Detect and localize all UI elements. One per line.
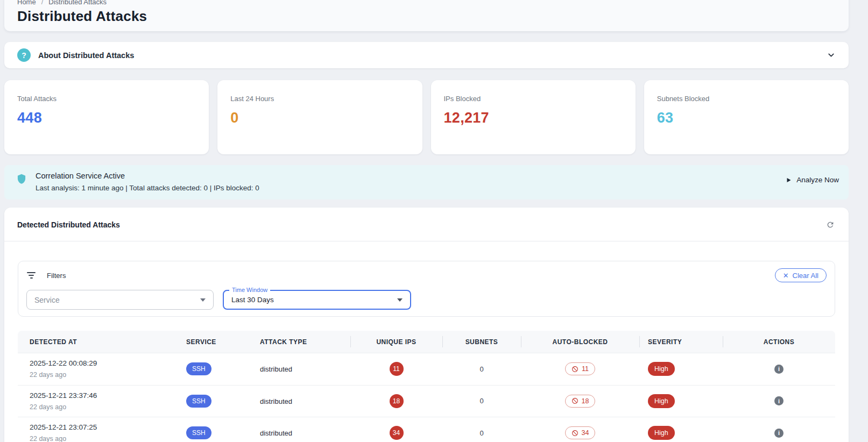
detected-attacks-card: Detected Distributed Attacks Filters ✕ C…	[4, 208, 849, 442]
actions-cell: i	[723, 396, 835, 405]
auto-blocked-badge: 34	[565, 426, 596, 439]
time-window-select[interactable]: Time Window Last 30 Days	[223, 290, 411, 310]
unique-ips-badge: 34	[390, 426, 404, 440]
about-panel-toggle[interactable]: ? About Distributed Attacks	[4, 42, 849, 68]
stat-card-total-attacks: Total Attacks 448	[4, 80, 209, 154]
subnets-cell: 0	[442, 429, 521, 437]
subnets-cell: 0	[442, 397, 521, 405]
severity-badge: High	[648, 394, 675, 408]
close-icon: ✕	[783, 272, 789, 279]
auto-blocked-cell: 11	[521, 362, 639, 375]
service-badge: SSH	[186, 426, 211, 439]
refresh-button[interactable]	[825, 219, 836, 230]
stat-value: 448	[17, 110, 196, 126]
service-select[interactable]: Service	[26, 290, 214, 310]
help-icon: ?	[17, 48, 31, 62]
column-header-subnets: SUBNETS	[442, 331, 521, 353]
correlation-service-banner: Correlation Service Active Last analysis…	[4, 165, 849, 199]
actions-cell: i	[723, 365, 835, 374]
detected-at-value: 2025-12-21 23:07:25	[30, 423, 169, 431]
relative-time: 22 days ago	[30, 403, 169, 411]
severity-cell: High	[639, 394, 723, 408]
banner-details: Last analysis: 1 minute ago | Total atta…	[36, 184, 259, 192]
stat-card-last-24-hours: Last 24 Hours 0	[217, 80, 422, 154]
column-header-detected-at: DETECTED AT	[18, 331, 178, 353]
stat-value: 12,217	[444, 110, 623, 126]
clear-all-button[interactable]: ✕ Clear All	[775, 268, 827, 282]
column-header-actions: ACTIONS	[723, 331, 835, 353]
detected-at-cell: 2025-12-21 23:07:25 22 days ago	[18, 423, 178, 442]
attack-type-cell: distributed	[251, 396, 350, 406]
chevron-down-icon	[397, 298, 403, 302]
detected-at-value: 2025-12-22 00:08:29	[30, 359, 169, 367]
unique-ips-badge: 18	[390, 394, 404, 408]
refresh-icon	[826, 220, 835, 229]
block-icon	[571, 430, 578, 437]
auto-blocked-badge: 11	[565, 362, 595, 375]
column-header-unique-ips: UNIQUE IPS	[350, 331, 442, 353]
attack-type-cell: distributed	[251, 428, 350, 438]
stat-label: Last 24 Hours	[230, 95, 409, 103]
stat-card-subnets-blocked: Subnets Blocked 63	[644, 80, 849, 154]
service-cell: SSH	[178, 362, 251, 375]
breadcrumb-separator: /	[41, 0, 44, 6]
unique-ips-badge: 11	[390, 362, 404, 376]
chevron-down-icon[interactable]	[827, 51, 836, 60]
auto-blocked-cell: 18	[521, 395, 639, 408]
severity-badge: High	[648, 426, 675, 440]
column-header-service: SERVICE	[178, 331, 251, 353]
info-icon[interactable]: i	[774, 396, 784, 405]
play-icon	[785, 177, 792, 183]
about-label: About Distributed Attacks	[38, 51, 134, 60]
attacks-table: DETECTED AT SERVICE ATTACK TYPE UNIQUE I…	[18, 331, 835, 442]
time-window-label: Time Window	[229, 287, 270, 293]
filters-label: Filters	[47, 272, 66, 280]
detected-attacks-header: Detected Distributed Attacks	[4, 208, 849, 241]
table-header-row: DETECTED AT SERVICE ATTACK TYPE UNIQUE I…	[18, 331, 835, 353]
relative-time: 22 days ago	[30, 435, 169, 442]
shield-icon	[16, 173, 27, 185]
stats-row: Total Attacks 448 Last 24 Hours 0 IPs Bl…	[4, 80, 849, 154]
breadcrumb-current: Distributed Attacks	[48, 0, 107, 6]
severity-cell: High	[639, 426, 723, 440]
table-body: 2025-12-22 00:08:29 22 days ago SSH dist…	[18, 353, 835, 442]
detected-at-cell: 2025-12-21 23:37:46 22 days ago	[18, 391, 178, 411]
service-select-placeholder: Service	[34, 296, 60, 304]
info-icon[interactable]: i	[774, 429, 784, 438]
stat-value: 0	[230, 110, 409, 126]
table-row: 2025-12-21 23:37:46 22 days ago SSH dist…	[18, 385, 835, 417]
service-cell: SSH	[178, 426, 251, 439]
block-icon	[571, 366, 578, 373]
filters-panel: Filters ✕ Clear All Service Time Window …	[18, 261, 835, 317]
severity-badge: High	[648, 362, 675, 376]
info-icon[interactable]: i	[774, 365, 784, 374]
stat-label: Total Attacks	[17, 95, 196, 103]
stat-label: IPs Blocked	[444, 95, 623, 103]
column-header-attack-type: ATTACK TYPE	[251, 331, 350, 353]
chevron-down-icon	[200, 298, 206, 302]
service-badge: SSH	[186, 395, 211, 408]
attack-type-cell: distributed	[251, 364, 350, 374]
detected-attacks-body: Filters ✕ Clear All Service Time Window …	[4, 241, 849, 442]
stat-label: Subnets Blocked	[657, 95, 836, 103]
column-header-auto-blocked: AUTO-BLOCKED	[521, 331, 639, 353]
block-icon	[571, 397, 578, 404]
auto-blocked-badge: 18	[565, 395, 596, 408]
detected-at-value: 2025-12-21 23:37:46	[30, 391, 169, 400]
subnets-cell: 0	[442, 365, 521, 373]
page-title: Distributed Attacks	[17, 8, 836, 25]
detected-at-cell: 2025-12-22 00:08:29 22 days ago	[18, 359, 178, 379]
service-badge: SSH	[186, 362, 211, 375]
analyze-now-button[interactable]: Analyze Now	[785, 176, 839, 184]
page-header: Home / Distributed Attacks Distributed A…	[4, 0, 849, 31]
breadcrumb-home-link[interactable]: Home	[17, 0, 36, 6]
auto-blocked-cell: 34	[521, 426, 639, 439]
relative-time: 22 days ago	[30, 371, 169, 379]
stat-value: 63	[657, 110, 836, 126]
actions-cell: i	[723, 429, 835, 438]
filter-icon	[26, 272, 36, 279]
table-row: 2025-12-21 23:07:25 22 days ago SSH dist…	[18, 417, 835, 442]
time-window-value: Last 30 Days	[231, 296, 274, 304]
page-container: Home / Distributed Attacks Distributed A…	[4, 0, 849, 442]
service-cell: SSH	[178, 395, 251, 408]
